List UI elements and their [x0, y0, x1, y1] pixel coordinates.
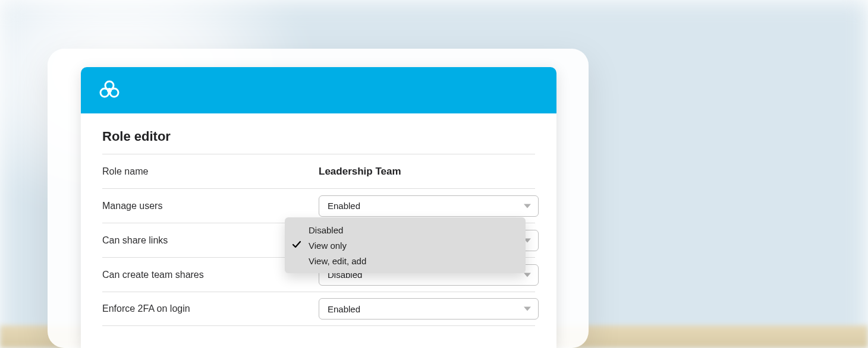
panel-title: Role editor: [102, 129, 535, 154]
role-editor-panel: Role editor Role name Leadership Team Ma…: [81, 67, 556, 348]
outer-card: Role editor Role name Leadership Team Ma…: [48, 49, 589, 348]
app-logo-icon: [98, 78, 121, 102]
role-name-value: Leadership Team: [319, 156, 535, 187]
row-label: Enforce 2FA on login: [102, 303, 319, 314]
topbar: [81, 67, 556, 113]
manage-users-select[interactable]: Enabled: [319, 195, 539, 217]
chevron-down-icon: [524, 204, 531, 208]
svg-point-3: [107, 88, 112, 93]
chevron-down-icon: [524, 307, 531, 311]
chevron-down-icon: [524, 273, 531, 277]
dropdown-option-view-edit-add[interactable]: View, edit, add: [285, 253, 526, 268]
dropdown-option-view-only[interactable]: View only: [285, 238, 526, 253]
dropdown-option-label: View only: [309, 241, 347, 251]
row-enforce-2fa: Enforce 2FA on login Enabled: [102, 292, 535, 326]
row-role-name: Role name Leadership Team: [102, 154, 535, 188]
row-label: Manage users: [102, 201, 319, 211]
select-value: Enabled: [328, 201, 360, 211]
can-share-links-dropdown-menu: Disabled View only View, edit, add: [285, 217, 526, 273]
check-icon: [292, 240, 301, 251]
dropdown-option-label: Disabled: [309, 225, 343, 235]
row-label: Role name: [102, 166, 319, 177]
dropdown-option-label: View, edit, add: [309, 256, 366, 266]
enforce-2fa-select[interactable]: Enabled: [319, 298, 539, 319]
dropdown-option-disabled[interactable]: Disabled: [285, 222, 526, 238]
select-value: Enabled: [328, 304, 360, 314]
